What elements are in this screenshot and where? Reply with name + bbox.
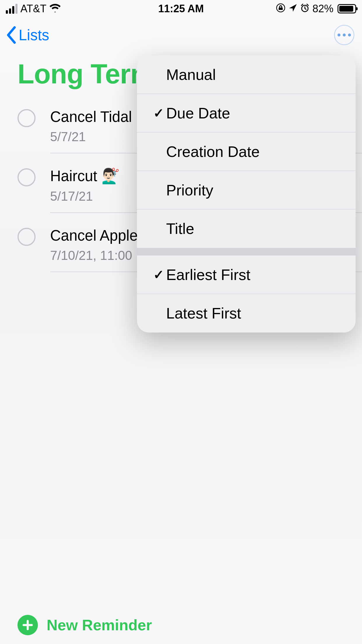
complete-toggle[interactable] xyxy=(17,109,36,127)
sort-option-creation-date[interactable]: Creation Date xyxy=(137,132,356,171)
ellipsis-icon xyxy=(338,34,351,36)
sort-by-section: Manual ✓ Due Date Creation Date Priority… xyxy=(137,55,356,248)
signal-icon xyxy=(6,4,17,14)
add-reminder-button[interactable] xyxy=(17,615,38,635)
menu-label: Title xyxy=(166,220,356,237)
location-icon xyxy=(289,4,297,14)
carrier-label: AT&T xyxy=(20,3,46,15)
menu-label: Creation Date xyxy=(166,143,356,160)
checkmark-icon: ✓ xyxy=(151,106,166,120)
menu-label: Manual xyxy=(166,66,356,83)
clock: 11:25 AM xyxy=(111,3,251,15)
more-button[interactable] xyxy=(334,25,354,45)
sort-option-priority[interactable]: Priority xyxy=(137,171,356,209)
rotation-lock-icon xyxy=(276,3,286,15)
checkmark-icon: ✓ xyxy=(151,267,166,282)
sort-order-section: ✓ Earliest First Latest First xyxy=(137,256,356,332)
back-button[interactable]: Lists xyxy=(6,26,49,44)
screen: AT&T 11:25 AM 82% Lists xyxy=(0,0,362,644)
bottom-toolbar: New Reminder xyxy=(0,606,362,644)
menu-label: Due Date xyxy=(166,104,356,122)
complete-toggle[interactable] xyxy=(17,168,36,186)
menu-divider xyxy=(137,248,356,256)
battery-icon xyxy=(338,4,356,13)
menu-label: Earliest First xyxy=(166,266,356,284)
menu-label: Latest First xyxy=(166,304,356,322)
sort-popover: Manual ✓ Due Date Creation Date Priority… xyxy=(137,55,356,332)
chevron-left-icon xyxy=(6,26,17,44)
nav-bar: Lists xyxy=(0,18,362,52)
status-bar: AT&T 11:25 AM 82% xyxy=(0,0,362,18)
alarm-icon xyxy=(300,3,310,15)
back-label: Lists xyxy=(19,27,49,44)
order-option-earliest[interactable]: ✓ Earliest First xyxy=(137,256,356,294)
new-reminder-label[interactable]: New Reminder xyxy=(47,616,152,634)
sort-option-manual[interactable]: Manual xyxy=(137,55,356,94)
order-option-latest[interactable]: Latest First xyxy=(137,294,356,332)
sort-option-title[interactable]: Title xyxy=(137,209,356,248)
sort-option-due-date[interactable]: ✓ Due Date xyxy=(137,94,356,132)
wifi-icon xyxy=(49,3,61,15)
plus-icon xyxy=(22,619,34,631)
status-left: AT&T xyxy=(6,3,111,15)
status-right: 82% xyxy=(251,3,356,15)
menu-label: Priority xyxy=(166,181,356,199)
battery-percent: 82% xyxy=(312,3,333,15)
complete-toggle[interactable] xyxy=(17,228,36,246)
